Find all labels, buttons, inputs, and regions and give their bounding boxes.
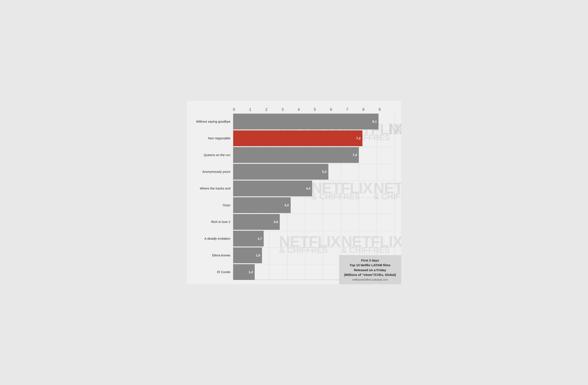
legend-url: netflixandchiffres.substack.com bbox=[343, 278, 397, 281]
bar-row-5: 3,2 bbox=[233, 197, 395, 213]
bar-row-0: 8,1 bbox=[233, 113, 395, 130]
grid-line-9 bbox=[395, 113, 395, 280]
bar-7: 1,7 bbox=[233, 231, 264, 247]
bar-row-7: 1,7 bbox=[233, 231, 395, 247]
y-label-3: Anonymously yours bbox=[191, 164, 233, 180]
axis-label-4: 4 bbox=[298, 107, 314, 112]
y-labels: Without saying goodbyeNon negociableQuee… bbox=[191, 113, 233, 280]
bar-0: 8,1 bbox=[233, 113, 379, 130]
y-label-0: Without saying goodbye bbox=[191, 113, 233, 130]
chart-container: NETFLIX & CHIFFRES NETFLIX & CHIFFRES NE… bbox=[187, 101, 401, 284]
bar-row-3: 5,3 bbox=[233, 164, 395, 180]
bar-value-5: 3,2 bbox=[284, 203, 289, 207]
bar-4: 4,4 bbox=[233, 181, 312, 196]
x-axis: 0 1 2 3 4 5 6 7 8 9 bbox=[233, 107, 395, 112]
bar-row-1: 7,2 bbox=[233, 130, 395, 146]
bar-2: 7,0 bbox=[233, 147, 359, 163]
bar-row-4: 4,4 bbox=[233, 181, 395, 196]
y-label-1: Non negociable bbox=[191, 130, 233, 146]
bar-6: 2,6 bbox=[233, 214, 280, 230]
bar-9: 1,2 bbox=[233, 264, 255, 280]
bar-3: 5,3 bbox=[233, 164, 328, 180]
axis-label-0: 0 bbox=[233, 107, 249, 112]
bar-8: 1,6 bbox=[233, 247, 262, 263]
bar-1: 7,2 bbox=[233, 130, 362, 146]
bar-value-9: 1,2 bbox=[249, 270, 253, 274]
axis-label-3: 3 bbox=[281, 107, 298, 112]
bar-value-3: 5,3 bbox=[322, 170, 327, 173]
y-label-8: Elena knows bbox=[191, 247, 233, 263]
bar-value-6: 2,6 bbox=[273, 220, 278, 224]
y-label-2: Queens on the run bbox=[191, 147, 233, 163]
bar-value-2: 7,0 bbox=[353, 153, 357, 157]
bar-5: 3,2 bbox=[233, 197, 291, 213]
y-label-9: El Conde bbox=[191, 264, 233, 280]
bar-value-7: 1,7 bbox=[257, 237, 262, 240]
axis-label-8: 8 bbox=[362, 107, 379, 112]
bar-value-0: 8,1 bbox=[372, 120, 377, 123]
axis-label-6: 6 bbox=[330, 107, 346, 112]
bar-row-2: 7,0 bbox=[233, 147, 395, 163]
legend-title: First 3 days Top 10 Netflix LATAM films … bbox=[343, 258, 397, 277]
y-label-5: Goyo bbox=[191, 197, 233, 213]
bar-row-6: 2,6 bbox=[233, 214, 395, 230]
axis-label-5: 5 bbox=[314, 107, 330, 112]
axis-label-7: 7 bbox=[346, 107, 362, 112]
bar-value-8: 1,6 bbox=[256, 253, 260, 257]
axis-label-1: 1 bbox=[249, 107, 265, 112]
bar-value-4: 4,4 bbox=[306, 186, 310, 190]
axis-label-9: 9 bbox=[378, 107, 395, 112]
y-label-7: A deadly invitation bbox=[191, 231, 233, 247]
legend-box: First 3 days Top 10 Netflix LATAM films … bbox=[339, 255, 401, 284]
y-label-4: Where the tracks end bbox=[191, 181, 233, 196]
bar-value-1: 7,2 bbox=[356, 136, 361, 140]
axis-label-2: 2 bbox=[265, 107, 282, 112]
y-label-6: Rich in love 2 bbox=[191, 214, 233, 230]
